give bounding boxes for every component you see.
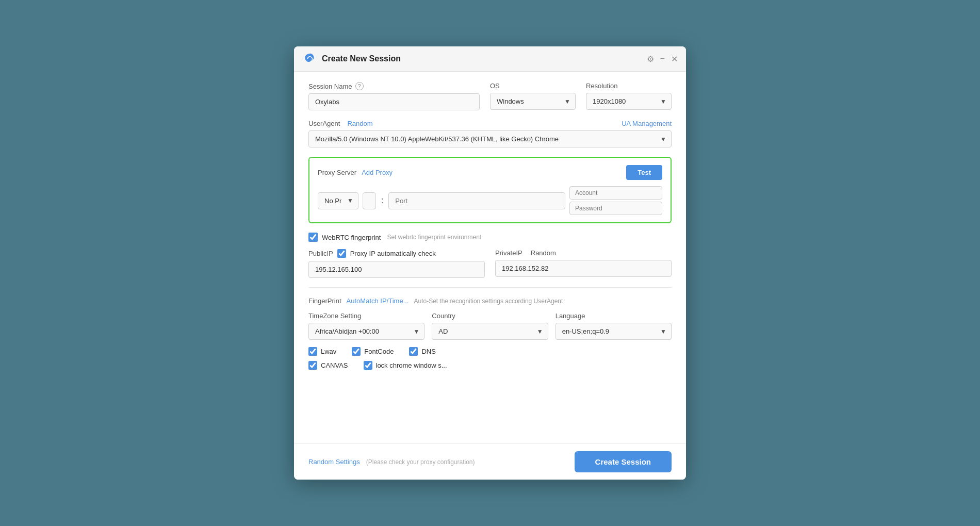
lwav-checkbox[interactable]	[308, 347, 317, 356]
language-group: Language en-US;en;q=0.9 zh-CN fr-FR ▼	[556, 312, 672, 340]
dns-checkbox-item: DNS	[409, 347, 435, 356]
fontcode-checkbox-item: FontCode	[352, 347, 394, 356]
resolution-select-wrapper: 1920x1080 1280x720 1366x768 ▼	[586, 93, 672, 110]
resolution-select[interactable]: 1920x1080 1280x720 1366x768	[586, 93, 672, 110]
session-name-info-icon[interactable]: ?	[355, 82, 364, 90]
ua-random-link[interactable]: Random	[347, 120, 372, 127]
minimize-icon[interactable]: −	[660, 54, 665, 63]
country-label: Country	[432, 312, 548, 320]
timezone-label: TimeZone Setting	[308, 312, 424, 320]
create-session-button[interactable]: Create Session	[575, 451, 672, 472]
proxy-auto-checkbox[interactable]	[337, 249, 346, 258]
automatch-link[interactable]: AutoMatch IP/Time...	[347, 297, 409, 305]
footer: Random Settings (Please check your proxy…	[294, 443, 686, 480]
private-ip-group: PrivateIP Random	[495, 249, 672, 278]
proxy-row: No Proxy HTTP HTTPS SOCKS5 ▼ :	[318, 186, 662, 215]
lockchrome-checkbox-item: lock chrome window s...	[364, 361, 447, 370]
canvas-label: CANVAS	[321, 361, 348, 369]
timezone-group: TimeZone Setting Africa/Abidjan +00:00 U…	[308, 312, 424, 340]
proxy-colon-separator: :	[380, 196, 384, 205]
os-label: OS	[490, 82, 576, 90]
proxy-section: Proxy Server Add Proxy Test No Proxy HTT…	[308, 157, 672, 223]
add-proxy-link[interactable]: Add Proxy	[362, 169, 393, 176]
settings-icon[interactable]: ⚙	[647, 54, 654, 64]
proxy-port-input[interactable]	[388, 192, 565, 209]
webrtc-description: Set webrtc fingerprint environment	[387, 234, 481, 241]
lwav-checkbox-item: Lwav	[308, 347, 336, 356]
useragent-select-wrapper: Mozilla/5.0 (Windows NT 10.0) AppleWebKi…	[308, 130, 672, 147]
footer-left-area: Random Settings (Please check your proxy…	[308, 458, 475, 466]
os-select-wrapper: Windows macOS Linux ▼	[490, 93, 576, 110]
country-select[interactable]: AD US GB	[432, 323, 548, 340]
close-icon[interactable]: ✕	[671, 54, 678, 64]
proxy-ip-input[interactable]	[363, 192, 376, 209]
private-ip-random-link[interactable]: Random	[531, 249, 556, 257]
proxy-header: Proxy Server Add Proxy Test	[318, 165, 662, 180]
fingerprint-header: FingerPrint AutoMatch IP/Time... Auto-Se…	[308, 297, 672, 305]
useragent-group: UserAgent Random UA Management Mozilla/5…	[308, 120, 672, 147]
proxy-type-wrapper: No Proxy HTTP HTTPS SOCKS5 ▼	[318, 192, 358, 209]
fontcode-checkbox[interactable]	[352, 347, 361, 356]
dns-checkbox[interactable]	[409, 347, 418, 356]
useragent-label-row: UserAgent Random UA Management	[308, 120, 672, 127]
checkboxes-row-2: CANVAS lock chrome window s...	[308, 361, 672, 370]
lockchrome-label: lock chrome window s...	[376, 361, 447, 369]
window-controls: ⚙ − ✕	[647, 54, 678, 64]
webrtc-label: WebRTC fingerprint	[322, 234, 381, 241]
lwav-label: Lwav	[321, 348, 336, 355]
ip-row: PublicIP Proxy IP automatically check Pr…	[308, 249, 672, 278]
fontcode-label: FontCode	[364, 348, 394, 355]
fingerprint-label: FingerPrint	[308, 297, 341, 305]
public-ip-label-row: PublicIP Proxy IP automatically check	[308, 249, 485, 258]
os-group: OS Windows macOS Linux ▼	[490, 82, 576, 110]
public-ip-group: PublicIP Proxy IP automatically check	[308, 249, 485, 278]
app-logo	[302, 52, 317, 66]
private-ip-label: PrivateIP	[495, 249, 522, 257]
canvas-checkbox[interactable]	[308, 361, 317, 370]
session-name-group: Session Name ?	[308, 82, 480, 110]
resolution-group: Resolution 1920x1080 1280x720 1366x768 ▼	[586, 82, 672, 110]
public-ip-label: PublicIP	[308, 250, 333, 257]
row-session-os-resolution: Session Name ? OS Windows macOS Linux ▼ …	[308, 82, 672, 110]
fingerprint-description: Auto-Set the recognition settings accord…	[414, 298, 563, 305]
ua-management-link[interactable]: UA Management	[622, 120, 672, 127]
proxy-account-input[interactable]	[569, 186, 662, 200]
fingerprint-settings-row: TimeZone Setting Africa/Abidjan +00:00 U…	[308, 312, 672, 340]
proxy-auth-group	[569, 186, 662, 215]
canvas-checkbox-item: CANVAS	[308, 361, 348, 370]
timezone-select[interactable]: Africa/Abidjan +00:00 UTC America/New_Yo…	[308, 323, 424, 340]
proxy-type-select[interactable]: No Proxy HTTP HTTPS SOCKS5	[318, 192, 358, 209]
webrtc-checkbox[interactable]	[308, 233, 318, 242]
footer-hint: (Please check your proxy configuration)	[366, 458, 475, 466]
language-label: Language	[556, 312, 672, 320]
resolution-label: Resolution	[586, 82, 672, 90]
test-proxy-button[interactable]: Test	[626, 165, 662, 180]
country-group: Country AD US GB ▼	[432, 312, 548, 340]
webrtc-checkbox-row: WebRTC fingerprint Set webrtc fingerprin…	[308, 233, 672, 242]
form-content: Session Name ? OS Windows macOS Linux ▼ …	[294, 72, 686, 443]
country-select-wrapper: AD US GB ▼	[432, 323, 548, 340]
useragent-select[interactable]: Mozilla/5.0 (Windows NT 10.0) AppleWebKi…	[308, 130, 672, 147]
divider-1	[308, 287, 672, 288]
session-name-input[interactable]	[308, 93, 480, 110]
os-select[interactable]: Windows macOS Linux	[490, 93, 576, 110]
lockchrome-checkbox[interactable]	[364, 361, 372, 370]
random-settings-link[interactable]: Random Settings	[308, 458, 360, 466]
private-ip-input[interactable]	[495, 260, 672, 277]
main-window: Create New Session ⚙ − ✕ Session Name ? …	[294, 46, 686, 480]
proxy-server-label: Proxy Server	[318, 169, 356, 176]
session-name-label: Session Name ?	[308, 82, 480, 90]
proxy-auto-label: Proxy IP automatically check	[350, 250, 436, 257]
private-ip-label-row: PrivateIP Random	[495, 249, 672, 257]
language-select-wrapper: en-US;en;q=0.9 zh-CN fr-FR ▼	[556, 323, 672, 340]
titlebar: Create New Session ⚙ − ✕	[294, 46, 686, 72]
checkboxes-row-1: Lwav FontCode DNS	[308, 347, 672, 356]
window-title: Create New Session	[322, 54, 642, 63]
public-ip-input[interactable]	[308, 261, 485, 278]
dns-label: DNS	[421, 348, 435, 355]
language-select[interactable]: en-US;en;q=0.9 zh-CN fr-FR	[556, 323, 672, 340]
timezone-select-wrapper: Africa/Abidjan +00:00 UTC America/New_Yo…	[308, 323, 424, 340]
proxy-password-input[interactable]	[569, 202, 662, 215]
